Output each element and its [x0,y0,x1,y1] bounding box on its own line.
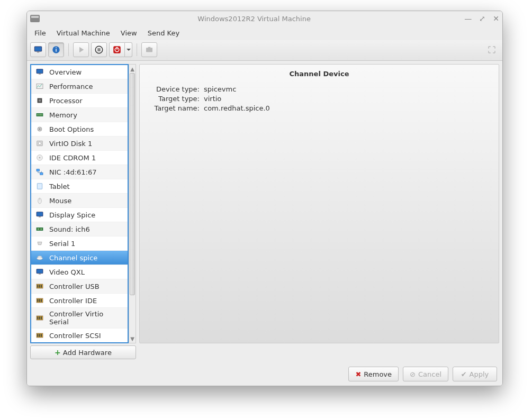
sidebar-item-controller-scsi[interactable]: Controller SCSI [31,329,128,342]
scroll-up-arrow[interactable]: ▲ [129,65,136,73]
sidebar-item-memory[interactable]: Memory [31,108,128,122]
svg-rect-20 [37,114,38,116]
svg-rect-11 [116,47,118,50]
remove-label: Remove [364,370,392,378]
close-button[interactable]: ✕ [493,15,499,22]
svg-rect-18 [39,99,41,102]
cdrom-icon [34,153,45,162]
svg-rect-21 [39,114,39,116]
cancel-button[interactable]: ⊘ Cancel [403,367,448,381]
sidebar-item-ide-cdrom-1[interactable]: IDE CDROM 1 [31,151,128,165]
svg-point-39 [40,229,42,230]
toolbar-separator [68,43,69,56]
svg-point-25 [39,129,41,130]
fullscreen-button[interactable] [484,43,499,56]
sidebar-item-label: Performance [49,83,93,90]
sidebar-item-label: Serial 1 [49,240,75,248]
sidebar-item-label: Tablet [49,183,70,190]
play-icon [76,45,86,54]
sidebar-item-mouse[interactable]: Mouse [31,194,128,208]
svg-rect-7 [98,48,99,51]
sidebar-item-tablet[interactable]: Tablet [31,179,128,194]
hardware-sidebar: OverviewPerformanceProcessorMemoryBoot O… [30,64,129,343]
console-view-button[interactable] [30,42,46,57]
sidebar-item-controller-ide[interactable]: Controller IDE [31,294,128,308]
sidebar-item-label: Channel spice [49,254,97,262]
pause-button[interactable] [91,42,107,57]
window-title: Windows2012R2 Virtual Machine [44,15,464,23]
property-key: Device type: [149,85,200,93]
gear-icon [34,124,45,134]
svg-marker-5 [79,47,84,53]
svg-rect-13 [148,47,151,48]
sidebar-item-overview[interactable]: Overview [31,65,128,79]
remove-icon: ✖ [355,370,361,378]
details-view-button[interactable] [48,42,64,57]
property-value: virtio [204,95,221,103]
sidebar-item-label: Video QXL [49,268,85,276]
channel-icon [34,253,45,262]
menu-file[interactable]: File [30,28,50,38]
sidebar-item-performance[interactable]: Performance [31,79,128,94]
svg-rect-3 [56,49,57,52]
svg-point-38 [38,229,39,230]
titlebar[interactable]: Windows2012R2 Virtual Machine — ⤢ ✕ [27,11,502,26]
hardware-list[interactable]: OverviewPerformanceProcessorMemoryBoot O… [31,65,128,342]
svg-rect-45 [39,285,40,287]
sidebar-item-label: Boot Options [49,125,94,133]
sidebar-item-processor[interactable]: Processor [31,94,128,108]
sidebar-item-label: Controller SCSI [49,332,101,340]
svg-rect-53 [39,316,40,319]
add-hardware-button[interactable]: + Add Hardware [30,345,136,359]
cancel-label: Cancel [418,370,441,378]
sidebar-item-serial-1[interactable]: Serial 1 [31,236,128,251]
scroll-thumb[interactable] [130,73,135,295]
cpu-icon [34,96,45,105]
svg-rect-31 [40,172,43,175]
property-row: Device type:spicevmc [149,85,489,93]
sidebar-item-nic-4d-61-67[interactable]: NIC :4d:61:67 [31,165,128,179]
run-button[interactable] [73,42,89,57]
svg-rect-15 [39,74,41,74]
menu-virtual-machine[interactable]: Virtual Machine [52,28,114,38]
sound-icon [34,224,45,234]
svg-rect-48 [37,299,38,302]
svg-point-29 [39,157,41,159]
svg-rect-22 [40,114,41,116]
scroll-down-arrow[interactable]: ▼ [129,334,136,343]
svg-rect-44 [37,285,38,287]
svg-rect-56 [37,334,38,336]
minimize-button[interactable]: — [464,15,472,22]
svg-rect-35 [37,212,43,216]
sidebar-scrollbar[interactable]: ▲ ▼ [129,64,136,343]
sidebar-item-boot-options[interactable]: Boot Options [31,122,128,136]
cancel-icon: ⊘ [410,370,416,378]
sidebar-item-virtio-disk-1[interactable]: VirtIO Disk 1 [31,136,128,151]
sidebar-item-channel-spice[interactable]: Channel spice [31,251,128,265]
svg-point-40 [37,257,43,260]
controller-icon [34,313,45,323]
menubar: File Virtual Machine View Send Key [27,26,502,40]
sidebar-item-video-qxl[interactable]: Video QXL [31,265,128,279]
svg-rect-49 [39,299,40,302]
sidebar-item-label: Processor [49,97,83,105]
property-value: com.redhat.spice.0 [204,104,270,112]
scroll-track[interactable] [129,73,136,334]
sidebar-item-display-spice[interactable]: Display Spice [31,208,128,222]
remove-button[interactable]: ✖ Remove [348,367,399,381]
apply-button[interactable]: ✔ Apply [453,367,497,381]
menu-view[interactable]: View [116,28,141,38]
shutdown-button[interactable] [109,42,125,57]
monitor-icon [34,267,45,277]
sidebar-item-controller-usb[interactable]: Controller USB [31,279,128,294]
window-app-icon [30,15,40,22]
maximize-button[interactable]: ⤢ [479,15,485,22]
svg-rect-32 [37,184,42,189]
sidebar-item-sound-ich6[interactable]: Sound: ich6 [31,222,128,236]
shutdown-dropdown[interactable] [125,42,132,57]
svg-rect-46 [41,285,42,287]
menu-send-key[interactable]: Send Key [143,28,184,38]
ram-icon [34,110,45,120]
snapshots-button[interactable] [141,42,157,57]
sidebar-item-controller-virtio-serial[interactable]: Controller Virtio Serial [31,308,128,329]
